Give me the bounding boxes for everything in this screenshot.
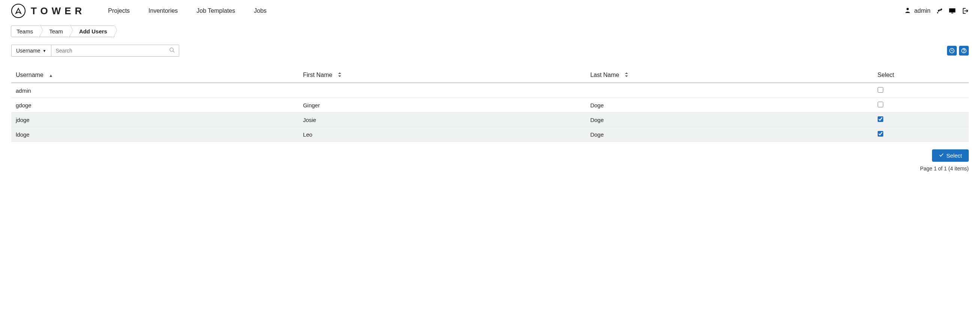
header-right: admin (904, 7, 969, 15)
row-checkbox[interactable] (878, 116, 883, 122)
breadcrumb-team[interactable]: Team (40, 26, 70, 37)
cell-username: admin (11, 83, 298, 98)
logout-icon[interactable] (961, 7, 969, 14)
cell-first-name: Josie (298, 113, 585, 127)
row-checkbox[interactable] (878, 87, 883, 93)
settings-icon[interactable] (936, 7, 943, 14)
logo[interactable]: TOWER (11, 4, 86, 18)
nav-job-templates[interactable]: Job Templates (196, 8, 235, 14)
search-icon[interactable] (169, 47, 175, 54)
svg-rect-2 (949, 8, 956, 13)
search-input[interactable] (51, 45, 179, 56)
col-header-select: Select (873, 68, 969, 83)
cell-first-name (298, 83, 585, 98)
svg-point-1 (937, 12, 938, 13)
breadcrumb-add-users[interactable]: Add Users (70, 26, 115, 37)
filter-field-label: Username (16, 48, 40, 54)
pagination-status: Page 1 of 1 (4 items) (11, 166, 969, 172)
cell-last-name (585, 83, 873, 98)
select-button-label: Select (946, 152, 962, 159)
col-header-last-name[interactable]: Last Name (585, 68, 873, 83)
svg-marker-12 (625, 75, 628, 77)
footer-actions: Select (11, 149, 969, 162)
cell-username: ldoge (11, 127, 298, 142)
users-table: Username ▲ First Name Last Name Sele (11, 68, 969, 142)
svg-line-5 (173, 51, 174, 53)
svg-marker-9 (338, 72, 341, 74)
logo-icon (11, 4, 25, 18)
cell-select (873, 113, 969, 127)
col-header-first-name[interactable]: First Name (298, 68, 585, 83)
current-user[interactable]: admin (904, 7, 931, 15)
cell-last-name: Doge (585, 113, 873, 127)
cell-first-name: Leo (298, 127, 585, 142)
svg-rect-3 (951, 13, 953, 13)
cell-select (873, 127, 969, 142)
chevron-down-icon: ▼ (43, 49, 46, 53)
svg-point-4 (170, 48, 173, 51)
cell-username: gdoge (11, 98, 298, 113)
svg-marker-10 (338, 75, 341, 77)
main-nav: Projects Inventories Job Templates Jobs (108, 8, 267, 14)
cell-select (873, 83, 969, 98)
search-wrap (51, 45, 179, 57)
nav-inventories[interactable]: Inventories (148, 8, 178, 14)
sort-asc-icon: ▲ (49, 73, 53, 78)
cell-last-name: Doge (585, 127, 873, 142)
cell-first-name: Ginger (298, 98, 585, 113)
svg-point-0 (907, 8, 909, 10)
nav-projects[interactable]: Projects (108, 8, 130, 14)
nav-jobs[interactable]: Jobs (254, 8, 267, 14)
user-icon (904, 7, 911, 15)
cell-last-name: Doge (585, 98, 873, 113)
filter-actions (947, 46, 969, 56)
header: TOWER Projects Inventories Job Templates… (0, 0, 980, 22)
svg-marker-11 (625, 72, 628, 74)
breadcrumb: Teams Team Add Users (11, 26, 980, 37)
table-row: gdogeGingerDoge (11, 98, 969, 113)
table-row: admin (11, 83, 969, 98)
cell-username: jdoge (11, 113, 298, 127)
help-icon-button[interactable] (959, 46, 969, 56)
select-button[interactable]: Select (932, 149, 969, 162)
brand-name: TOWER (31, 5, 86, 17)
clock-icon-button[interactable] (947, 46, 957, 56)
sort-icon (625, 73, 628, 78)
filter-field-dropdown[interactable]: Username ▼ (11, 45, 51, 57)
row-checkbox[interactable] (878, 102, 883, 107)
col-header-username[interactable]: Username ▲ (11, 68, 298, 83)
cell-select (873, 98, 969, 113)
filter-bar: Username ▼ (11, 45, 969, 57)
svg-point-8 (964, 52, 964, 52)
sort-icon (338, 73, 342, 78)
monitor-icon[interactable] (948, 7, 956, 14)
row-checkbox[interactable] (878, 131, 883, 137)
table-row: ldogeLeoDoge (11, 127, 969, 142)
breadcrumb-teams[interactable]: Teams (11, 26, 40, 37)
table-row: jdogeJosieDoge (11, 113, 969, 127)
check-icon (939, 152, 944, 159)
user-name: admin (914, 8, 931, 14)
